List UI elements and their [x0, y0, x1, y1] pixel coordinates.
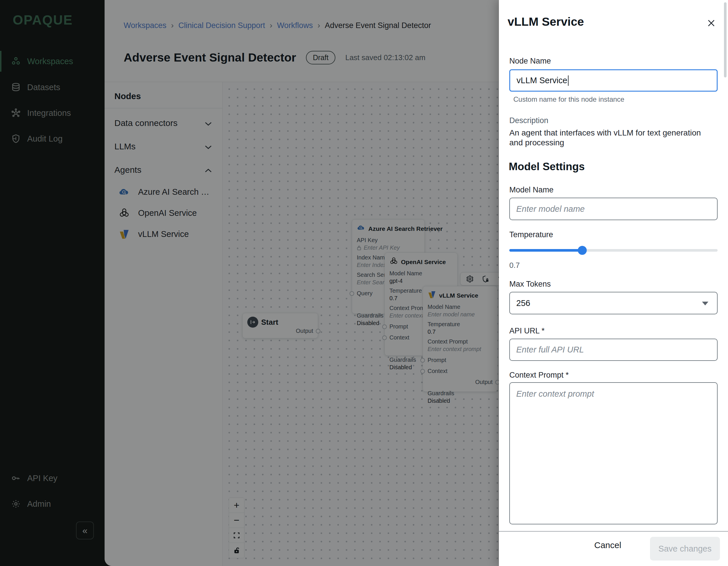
- context-prompt-textarea[interactable]: Enter context prompt: [509, 382, 718, 524]
- temperature-slider[interactable]: [509, 246, 718, 255]
- description-text: An agent that interfaces with vLLM for t…: [509, 128, 715, 148]
- model-settings-heading: Model Settings: [509, 161, 585, 173]
- model-name-placeholder: Enter model name: [516, 204, 585, 214]
- node-config-drawer: vLLM Service Node Name vLLM Service Cust…: [499, 0, 728, 566]
- chevron-down-icon: [702, 302, 708, 305]
- temperature-value: 0.7: [509, 261, 520, 270]
- context-prompt-placeholder: Enter context prompt: [516, 389, 594, 398]
- api-url-input[interactable]: Enter full API URL: [509, 339, 718, 361]
- save-changes-button[interactable]: Save changes: [650, 537, 720, 561]
- node-name-helper: Custom name for this node instance: [513, 95, 624, 103]
- max-tokens-label: Max Tokens: [509, 280, 551, 289]
- drawer-footer: Cancel Save changes: [499, 531, 728, 566]
- text-cursor: [568, 75, 569, 86]
- app-root: OPAQUE Workspaces Datasets Integrations …: [0, 0, 728, 566]
- modal-dim-overlay[interactable]: [0, 0, 499, 566]
- context-prompt-label: Context Prompt *: [509, 371, 569, 380]
- drawer-title: vLLM Service: [508, 15, 584, 29]
- model-name-input[interactable]: Enter model name: [509, 198, 718, 220]
- temperature-label: Temperature: [509, 230, 553, 239]
- node-name-value: vLLM Service: [517, 76, 567, 85]
- description-label: Description: [509, 116, 548, 125]
- api-url-placeholder: Enter full API URL: [516, 345, 584, 355]
- node-name-input[interactable]: vLLM Service: [509, 69, 718, 92]
- cancel-button[interactable]: Cancel: [594, 540, 621, 550]
- model-name-label: Model Name: [509, 185, 554, 194]
- drawer-scrollbar[interactable]: [724, 2, 727, 77]
- close-icon[interactable]: [705, 17, 717, 29]
- slider-thumb[interactable]: [578, 246, 587, 255]
- max-tokens-value: 256: [516, 298, 530, 308]
- slider-fill: [509, 249, 582, 252]
- node-name-label: Node Name: [509, 57, 551, 66]
- api-url-label: API URL *: [509, 326, 545, 335]
- max-tokens-select[interactable]: 256: [509, 292, 718, 314]
